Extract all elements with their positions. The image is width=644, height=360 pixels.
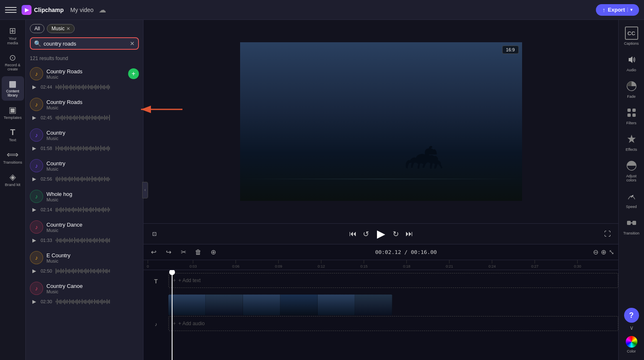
left-nav: ⊞ Your media ⊙ Record &create ▦ Contentl…: [0, 20, 26, 360]
help-button[interactable]: ?: [624, 308, 639, 323]
music-title: Country: [46, 160, 139, 167]
aspect-ratio-button[interactable]: 16:9: [502, 46, 518, 54]
music-title: Country: [46, 130, 139, 136]
music-list-item[interactable]: ♪ Country Roads Music + ▶ 02:44: [27, 64, 141, 94]
topbar: ▶ Clipchamp My video ☁ ↑ Export ▾: [0, 0, 644, 20]
music-category: Music: [46, 167, 139, 172]
music-list-item[interactable]: ♪ Whole hog Music ▶ 02:14: [27, 186, 141, 217]
skip-forward-button[interactable]: ⏭: [403, 227, 416, 241]
skip-back-button[interactable]: ⏮: [346, 227, 360, 241]
fit-to-window-button[interactable]: ⤡: [609, 248, 614, 256]
music-waveform: [56, 176, 139, 182]
video-clip[interactable]: [168, 295, 392, 315]
music-list-item[interactable]: ♪ Country Dance Music ▶ 01:33: [27, 217, 141, 248]
sidebar-item-templates[interactable]: ▣ Templates: [2, 102, 24, 123]
music-list-item[interactable]: ♪ Country Music ▶ 02:56: [27, 156, 141, 186]
right-panel-effects[interactable]: Effects: [620, 129, 643, 155]
rewind-button[interactable]: ↺: [360, 227, 373, 241]
music-play-button[interactable]: ▶: [30, 114, 38, 122]
sidebar-item-brand-kit[interactable]: ◈ Brand kit: [2, 169, 24, 190]
zoom-out-button[interactable]: ⊖: [593, 248, 598, 256]
ground-line: [240, 179, 522, 179]
video-title[interactable]: My video: [70, 7, 94, 13]
music-play-button[interactable]: ▶: [30, 297, 38, 306]
cut-button[interactable]: ✂: [177, 246, 189, 258]
filter-tabs: All Music ✕: [30, 24, 139, 33]
right-panel-transition[interactable]: Transition: [620, 213, 643, 239]
music-list-item[interactable]: ♪ Country Canoe Music ▶ 02:30: [27, 278, 141, 309]
right-panel-fade[interactable]: Fade: [620, 76, 643, 102]
music-play-button[interactable]: ▶: [30, 175, 38, 183]
total-time: 00:16.00: [411, 249, 437, 255]
right-panel-captions[interactable]: CC Captions: [620, 23, 643, 49]
music-play-button[interactable]: ▶: [30, 236, 38, 244]
music-list: ♪ Country Roads Music + ▶ 02:44 ♪ Countr…: [26, 64, 143, 360]
add-text-button[interactable]: + + Add text: [168, 273, 618, 288]
music-play-button[interactable]: ▶: [30, 83, 38, 91]
add-audio-button[interactable]: + + Add audio: [168, 316, 618, 331]
ruler-mark: 0:27: [531, 260, 539, 268]
duplicate-button[interactable]: ⊕: [207, 246, 219, 258]
fast-forward-button[interactable]: ↻: [389, 227, 403, 241]
collapse-panel-button[interactable]: ‹: [142, 182, 148, 198]
music-waveform: [56, 145, 139, 152]
video-frame: 16:9: [240, 42, 522, 201]
music-play-button[interactable]: ▶: [30, 144, 38, 152]
music-list-item[interactable]: ♪ Country Music ▶ 01:58: [27, 125, 141, 156]
music-waveform: [56, 206, 139, 213]
sidebar-item-content-library[interactable]: ▦ Contentlibrary: [2, 76, 24, 101]
music-album-icon: ♪: [30, 98, 43, 111]
text-track: T + + Add text: [143, 271, 618, 292]
music-album-icon: ♪: [30, 159, 43, 172]
subtitle-toggle-button[interactable]: ⊡: [148, 227, 161, 241]
music-category: Music: [46, 259, 139, 263]
export-arrow-icon: ↑: [603, 7, 605, 13]
sidebar-item-record-create[interactable]: ⊙ Record &create: [2, 50, 24, 75]
music-album-icon: ♪: [30, 190, 43, 203]
music-info: Country Canoe Music: [46, 283, 139, 294]
delete-button[interactable]: 🗑: [192, 246, 204, 258]
current-time: 00:02.12: [375, 249, 401, 255]
music-list-item[interactable]: ♪ E Country Music ▶ 02:50: [27, 248, 141, 278]
ruler-mark: 0:21: [446, 260, 453, 268]
playback-controls: ⊡ ⏮ ↺ ▶ ↻ ⏭ ⛶: [143, 223, 618, 244]
music-list-item[interactable]: ♪ Country Roads Music ▶ 02:45: [27, 94, 141, 125]
sidebar-item-text[interactable]: T Text: [2, 125, 24, 145]
right-panel-audio[interactable]: Audio: [620, 50, 643, 75]
color-adjust-button[interactable]: Color: [624, 333, 639, 357]
filter-tab-all[interactable]: All: [30, 24, 44, 33]
zoom-in-button[interactable]: ⊕: [601, 248, 606, 256]
right-panel-adjust-colors[interactable]: Adjustcolors: [620, 156, 643, 186]
music-waveform: [56, 268, 139, 274]
music-waveform: [56, 114, 139, 121]
effects-icon: [625, 133, 638, 146]
music-duration: 02:50: [41, 268, 53, 273]
search-input[interactable]: [44, 41, 127, 47]
fade-label: Fade: [627, 94, 636, 99]
menu-icon[interactable]: [5, 4, 17, 16]
sidebar-item-your-media[interactable]: ⊞ Your media: [2, 23, 24, 48]
filter-tab-music[interactable]: Music ✕: [47, 24, 74, 33]
redo-button[interactable]: ↪: [163, 246, 174, 258]
sidebar-item-transitions[interactable]: ⟺ Transitions: [2, 147, 24, 168]
music-title: Country Roads: [46, 68, 125, 75]
add-audio-icon: +: [173, 321, 176, 326]
ruler-mark: 0:15: [360, 260, 368, 268]
right-panel-filters[interactable]: Filters: [620, 103, 643, 128]
app-logo: ▶ Clipchamp: [22, 5, 64, 15]
expand-icon[interactable]: ∨: [629, 324, 634, 331]
music-title: Country Roads: [46, 99, 139, 105]
search-clear-button[interactable]: ✕: [130, 40, 135, 47]
music-play-button[interactable]: ▶: [30, 267, 38, 275]
undo-button[interactable]: ↩: [148, 246, 159, 258]
export-button[interactable]: ↑ Export ▾: [596, 4, 639, 16]
add-to-timeline-button[interactable]: +: [128, 68, 139, 79]
timeline-playhead[interactable]: [172, 270, 173, 360]
fullscreen-button[interactable]: ⛶: [601, 227, 614, 241]
right-panel-speed[interactable]: Speed: [620, 186, 643, 212]
audio-label: Audio: [627, 68, 636, 72]
music-album-icon: ♪: [30, 67, 43, 80]
play-pause-button[interactable]: ▶: [373, 226, 389, 242]
filter-music-close-icon[interactable]: ✕: [66, 26, 70, 31]
music-play-button[interactable]: ▶: [30, 205, 38, 214]
